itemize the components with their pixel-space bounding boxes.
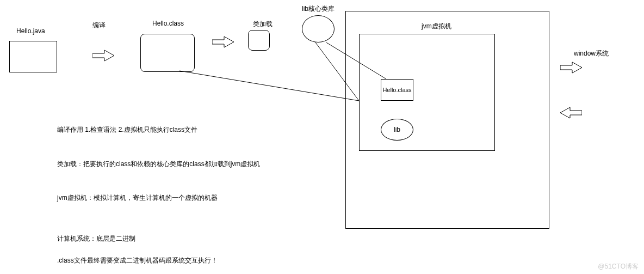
arrow-right-icon <box>212 35 234 48</box>
watermark: @51CTO博客 <box>598 262 639 271</box>
label-hello-java: Hello.java <box>16 27 45 35</box>
box-class-load-icon <box>248 30 270 51</box>
inner-lib-label: lib <box>394 126 400 133</box>
note-5: .class文件最终需要变成二进制机器码跟系统交互执行！ <box>57 256 218 265</box>
note-3: jvm虚拟机：模拟计算机，寄生计算机的一个虚拟的机器 <box>57 193 218 203</box>
box-inner-hello-class: Hello.class <box>381 79 413 101</box>
arrow-left-icon <box>560 106 582 119</box>
label-hello-class: Hello.class <box>152 20 184 27</box>
box-hello-java <box>9 41 57 72</box>
note-1: 编译作用 1.检查语法 2.虚拟机只能执行class文件 <box>57 125 197 135</box>
note-4: 计算机系统：底层是二进制 <box>57 234 135 243</box>
arrow-right-icon <box>560 61 582 74</box>
label-window-sys: window系统 <box>574 49 609 58</box>
label-class-loading: 类加载 <box>253 20 273 29</box>
box-hello-class <box>140 34 195 72</box>
note-2: 类加载：把要执行的class和依赖的核心类库的class都加载到jvm虚拟机 <box>57 160 260 169</box>
oval-inner-lib: lib <box>381 119 413 141</box>
label-lib-core: lib核心类库 <box>302 4 335 14</box>
arrow-right-icon <box>92 49 114 62</box>
oval-lib-core <box>302 15 335 42</box>
box-jvm <box>359 34 495 151</box>
svg-line-0 <box>179 71 359 101</box>
inner-hello-class-label: Hello.class <box>382 87 411 93</box>
label-jvm: jvm虚拟机 <box>422 22 451 31</box>
label-compile: 编译 <box>92 21 106 30</box>
